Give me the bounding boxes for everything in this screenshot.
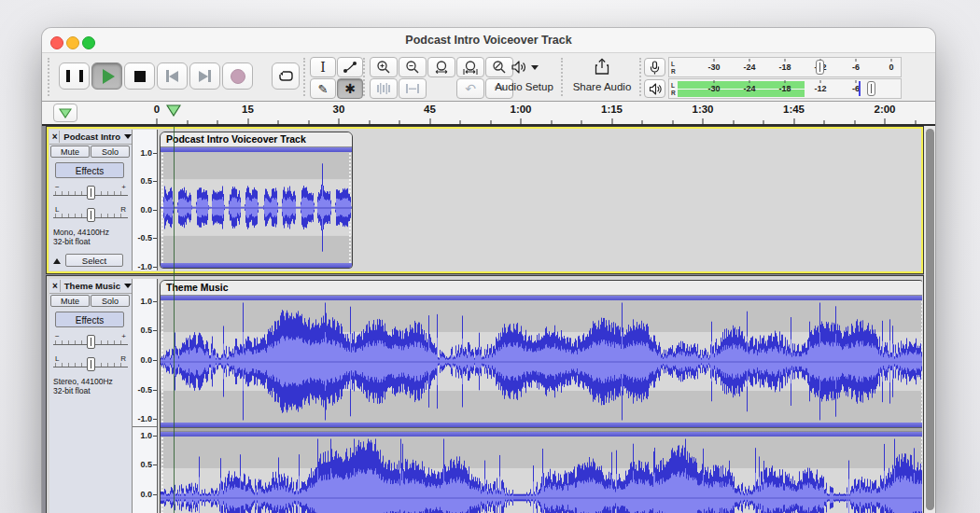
meter-tick <box>749 80 750 83</box>
amp-scale-label: -0.5 <box>137 233 152 243</box>
timeline-tick <box>915 120 916 124</box>
track1-pan-slider[interactable]: L R <box>53 205 128 224</box>
recording-volume-slider[interactable] <box>816 60 824 75</box>
undo-button[interactable]: ↶ <box>456 78 484 99</box>
selection-tool-button[interactable]: I <box>310 57 336 77</box>
meter-tick <box>749 59 750 62</box>
timeline-label: 45 <box>424 104 436 115</box>
timeline-tick <box>490 120 491 124</box>
playback-meter-left-label: L <box>671 83 675 90</box>
vertical-scrollbar[interactable] <box>924 126 935 513</box>
track2-control-panel: × Theme Music Mute Solo Effects − + <box>49 279 133 513</box>
fit-project-button[interactable] <box>456 57 484 77</box>
record-meter[interactable]: L R -30-24-18-12-60 <box>668 57 902 77</box>
gain-slider-handle[interactable] <box>87 186 95 200</box>
pan-slider-handle[interactable] <box>87 208 95 222</box>
track2-mute-button[interactable]: Mute <box>50 295 90 307</box>
timeline-tick <box>885 118 886 124</box>
track1-collapse-button[interactable] <box>51 255 63 267</box>
audio-setup-panel[interactable]: Audio Setup <box>487 53 561 101</box>
clip2-title[interactable]: Theme Music <box>161 281 922 296</box>
share-audio-panel[interactable]: Share Audio <box>567 53 637 101</box>
toolbar-grip[interactable] <box>639 58 641 96</box>
zoom-out-button[interactable] <box>399 57 427 77</box>
playback-meter[interactable]: L R -30-24-18-12-6 <box>668 78 902 99</box>
stop-icon <box>134 71 146 82</box>
play-button[interactable] <box>91 62 122 90</box>
toolbar-grip[interactable] <box>561 58 563 96</box>
clip1-waveform[interactable] <box>161 152 352 263</box>
timeline-options-button[interactable] <box>53 104 77 122</box>
skip-to-end-button[interactable] <box>189 62 220 90</box>
playback-peak-indicator <box>859 81 861 96</box>
playback-volume-slider[interactable] <box>867 81 875 96</box>
audio-setup-label: Audio Setup <box>487 81 561 92</box>
playhead-triangle[interactable] <box>166 104 181 117</box>
toolbar-grip[interactable] <box>303 58 305 96</box>
stop-button[interactable] <box>124 62 155 90</box>
track2-vertical-ruler[interactable]: 1.00.50.0-0.5-1.01.00.50.0-0.5-1.0 <box>133 279 158 513</box>
clip1-title[interactable]: Podcast Intro Voiceover Track <box>161 132 352 147</box>
draw-tool-button[interactable]: ✎ <box>310 78 336 99</box>
playback-meter-button[interactable] <box>644 79 665 98</box>
gain-slider-handle[interactable] <box>87 335 95 349</box>
timeline-ruler[interactable]: 01530451:001:151:301:452:00 <box>42 102 935 126</box>
track1-bottom-row: Select <box>51 254 130 268</box>
silence-selection-button[interactable] <box>399 78 427 99</box>
timeline-label: 1:00 <box>510 104 531 115</box>
track1-mute-button[interactable]: Mute <box>50 146 90 158</box>
track1-solo-button[interactable]: Solo <box>91 146 130 158</box>
meter-tick <box>785 80 786 83</box>
track1-gain-slider[interactable]: − + <box>53 183 128 201</box>
vertical-scrollbar-thumb[interactable] <box>926 129 934 510</box>
multi-tool-button[interactable]: ✱ <box>337 78 363 99</box>
track2-wave-area[interactable]: Theme Music <box>158 279 922 513</box>
amp-scale-label: -1.0 <box>137 262 152 271</box>
zoom-to-selection-button[interactable] <box>427 57 455 77</box>
skip-to-start-button[interactable] <box>157 62 188 90</box>
trim-outside-selection-button[interactable] <box>370 78 398 99</box>
toolbar-grip[interactable] <box>48 58 49 96</box>
pan-slider-handle[interactable] <box>87 357 95 371</box>
track2-menu-arrow-icon[interactable] <box>124 284 132 288</box>
title-bar[interactable]: Podcast Intro Voiceover Track <box>42 28 935 53</box>
meter-scale-label: -30 <box>707 84 720 93</box>
clip1-bottom-bar[interactable] <box>161 263 352 268</box>
timeline-tick <box>672 120 673 124</box>
pan-left-label: L <box>55 205 59 214</box>
record-meter-button[interactable] <box>644 58 665 76</box>
timeline-label: 15 <box>242 104 254 115</box>
pan-right-label: R <box>120 354 126 363</box>
track2-gain-slider[interactable]: − + <box>53 332 128 351</box>
loop-button[interactable] <box>272 62 300 90</box>
play-icon <box>103 69 115 84</box>
envelope-tool-button[interactable] <box>337 57 363 77</box>
clip-podcast-intro[interactable]: Podcast Intro Voiceover Track <box>160 132 353 269</box>
meter-tick <box>820 80 821 83</box>
record-button[interactable] <box>222 62 253 90</box>
track2-pan-slider[interactable]: L R <box>53 354 128 373</box>
track1-wave-area[interactable]: Podcast Intro Voiceover Track <box>158 130 920 270</box>
track1-vertical-ruler[interactable]: 1.00.50.0-0.5-1.0 <box>133 130 158 270</box>
track1-select-button[interactable]: Select <box>65 254 123 267</box>
envelope-tool-icon <box>343 61 357 74</box>
track1-close-button[interactable]: × <box>50 131 60 143</box>
clip-theme-music[interactable]: Theme Music <box>160 280 922 513</box>
zoom-in-button[interactable] <box>370 57 398 77</box>
track1-name[interactable]: Podcast Intro <box>63 132 120 142</box>
track2-effects-button[interactable]: Effects <box>55 312 124 327</box>
meter-scale-label: -24 <box>743 84 755 93</box>
track1-menu-arrow-icon[interactable] <box>124 134 132 139</box>
track2-name[interactable]: Theme Music <box>64 281 120 291</box>
track1-effects-button[interactable]: Effects <box>55 162 124 178</box>
clip2-right-channel-waveform[interactable] <box>161 437 922 513</box>
clip2-left-channel-waveform[interactable] <box>161 300 922 423</box>
meter-tick <box>785 59 786 62</box>
pause-button[interactable] <box>59 62 90 90</box>
toolbar-grip[interactable] <box>363 58 365 96</box>
track2-solo-button[interactable]: Solo <box>91 295 130 307</box>
track2-close-button[interactable]: × <box>50 280 61 292</box>
timeline-tick <box>581 120 582 124</box>
amp-scale-tick <box>153 494 157 495</box>
timeline-tick <box>824 120 825 124</box>
